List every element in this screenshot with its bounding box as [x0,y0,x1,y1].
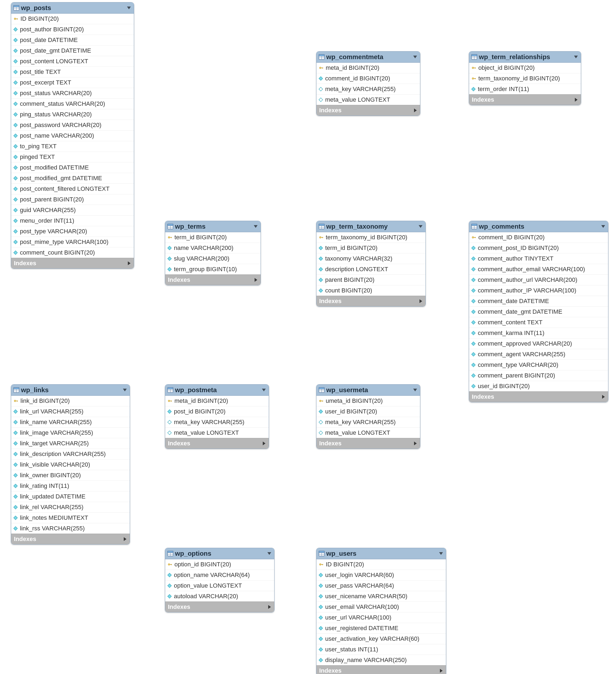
column-row[interactable]: term_idBIGINT(20) [165,232,261,243]
column-row[interactable]: option_idBIGINT(20) [165,559,274,570]
column-row[interactable]: comment_countBIGINT(20) [11,247,134,258]
column-row[interactable]: post_titleTEXT [11,67,134,78]
collapse-toggle[interactable] [439,552,443,555]
column-row[interactable]: post_modifiedDATETIME [11,162,134,173]
entity-footer-indexes[interactable]: Indexes [165,274,261,285]
column-row[interactable]: link_targetVARCHAR(25) [11,438,130,449]
column-row[interactable]: slugVARCHAR(200) [165,253,261,264]
column-row[interactable]: option_nameVARCHAR(64) [165,570,274,580]
entity-wp_term_relationships[interactable]: wp_term_relationshipsobject_idBIGINT(20)… [469,51,581,105]
column-row[interactable]: display_nameVARCHAR(250) [316,655,446,665]
column-row[interactable]: post_excerptTEXT [11,78,134,88]
column-row[interactable]: comment_authorTINYTEXT [469,253,608,264]
column-row[interactable]: taxonomyVARCHAR(32) [316,253,425,264]
expand-toggle[interactable] [262,441,266,446]
entity-header[interactable]: wp_comments [469,221,608,232]
column-row[interactable]: term_orderINT(11) [469,84,581,94]
entity-wp_term_taxonomy[interactable]: wp_term_taxonomyterm_taxonomy_idBIGINT(2… [316,221,426,307]
column-row[interactable]: term_taxonomy_idBIGINT(20) [469,73,581,84]
entity-footer-indexes[interactable]: Indexes [469,94,581,105]
column-row[interactable]: meta_keyVARCHAR(255) [316,84,420,95]
column-row[interactable]: comment_approvedVARCHAR(20) [469,338,608,349]
entity-header[interactable]: wp_usermeta [316,384,420,396]
entity-wp_postmeta[interactable]: wp_postmetameta_idBIGINT(20)post_idBIGIN… [165,384,269,449]
expand-toggle[interactable] [574,98,578,102]
column-row[interactable]: link_ownerBIGINT(20) [11,470,130,481]
entity-footer-indexes[interactable]: Indexes [11,534,130,544]
column-row[interactable]: post_passwordVARCHAR(20) [11,120,134,130]
column-row[interactable]: post_mime_typeVARCHAR(100) [11,237,134,247]
entity-footer-indexes[interactable]: Indexes [316,438,420,449]
column-row[interactable]: link_ratingINT(11) [11,481,130,491]
column-row[interactable]: link_updatedDATETIME [11,491,130,502]
entity-wp_options[interactable]: wp_optionsoption_idBIGINT(20)option_name… [165,548,275,612]
entity-header[interactable]: wp_postmeta [165,384,269,396]
column-row[interactable]: pingedTEXT [11,152,134,162]
collapse-toggle[interactable] [574,55,578,59]
column-row[interactable]: comment_agentVARCHAR(255) [469,349,608,360]
column-row[interactable]: IDBIGINT(20) [11,14,134,24]
entity-wp_comments[interactable]: wp_commentscomment_IDBIGINT(20)comment_p… [469,221,608,402]
entity-footer-indexes[interactable]: Indexes [11,258,134,268]
column-row[interactable]: term_taxonomy_idBIGINT(20) [316,232,425,243]
column-row[interactable]: link_rssVARCHAR(255) [11,523,130,534]
expand-toggle[interactable] [123,537,127,541]
column-row[interactable]: umeta_idBIGINT(20) [316,396,420,406]
column-row[interactable]: menu_orderINT(11) [11,216,134,226]
collapse-toggle[interactable] [413,55,417,59]
entity-wp_terms[interactable]: wp_termsterm_idBIGINT(20)nameVARCHAR(200… [165,221,261,286]
column-row[interactable]: term_idBIGINT(20) [316,243,425,253]
column-row[interactable]: post_modified_gmtDATETIME [11,173,134,184]
entity-header[interactable]: wp_links [11,384,130,396]
entity-header[interactable]: wp_posts [11,2,134,14]
entity-header[interactable]: wp_term_relationships [469,51,581,63]
expand-toggle[interactable] [413,441,417,446]
collapse-toggle[interactable] [262,388,266,392]
column-row[interactable]: post_parentBIGINT(20) [11,194,134,205]
column-row[interactable]: comment_parentBIGINT(20) [469,370,608,381]
collapse-toggle[interactable] [253,225,258,228]
column-row[interactable]: user_statusINT(11) [316,644,446,655]
column-row[interactable]: ping_statusVARCHAR(20) [11,109,134,120]
column-row[interactable]: IDBIGINT(20) [316,559,446,570]
column-row[interactable]: comment_karmaINT(11) [469,328,608,338]
expand-toggle[interactable] [419,299,423,303]
column-row[interactable]: comment_author_IPVARCHAR(100) [469,286,608,296]
column-row[interactable]: term_groupBIGINT(10) [165,264,261,274]
column-row[interactable]: post_contentLONGTEXT [11,56,134,67]
column-row[interactable]: post_nameVARCHAR(200) [11,130,134,141]
expand-toggle[interactable] [127,261,131,265]
expand-toggle[interactable] [602,395,605,399]
column-row[interactable]: comment_idBIGINT(20) [316,73,420,84]
column-row[interactable]: link_urlVARCHAR(255) [11,406,130,417]
collapse-toggle[interactable] [127,6,131,10]
column-row[interactable]: meta_keyVARCHAR(255) [316,417,420,428]
column-row[interactable]: link_relVARCHAR(255) [11,502,130,513]
column-row[interactable]: comment_IDBIGINT(20) [469,232,608,243]
column-row[interactable]: object_idBIGINT(20) [469,63,581,73]
column-row[interactable]: countBIGINT(20) [316,286,425,296]
column-row[interactable]: post_date_gmtDATETIME [11,45,134,56]
expand-toggle[interactable] [439,669,443,673]
collapse-toggle[interactable] [418,225,423,228]
entity-footer-indexes[interactable]: Indexes [316,296,425,306]
collapse-toggle[interactable] [267,552,272,555]
collapse-toggle[interactable] [413,388,417,392]
expand-toggle[interactable] [254,278,258,282]
entity-wp_posts[interactable]: wp_postsIDBIGINT(20)post_authorBIGINT(20… [11,2,134,269]
column-row[interactable]: meta_valueLONGTEXT [316,428,420,438]
column-row[interactable]: nameVARCHAR(200) [165,243,261,253]
column-row[interactable]: link_idBIGINT(20) [11,396,130,406]
entity-header[interactable]: wp_term_taxonomy [316,221,425,232]
column-row[interactable]: link_visibleVARCHAR(20) [11,459,130,470]
column-row[interactable]: user_passVARCHAR(64) [316,580,446,591]
column-row[interactable]: user_loginVARCHAR(60) [316,570,446,580]
column-row[interactable]: user_idBIGINT(20) [469,381,608,391]
column-row[interactable]: meta_keyVARCHAR(255) [165,417,269,428]
column-row[interactable]: meta_idBIGINT(20) [316,63,420,73]
column-row[interactable]: link_imageVARCHAR(255) [11,428,130,438]
column-row[interactable]: user_idBIGINT(20) [316,406,420,417]
column-row[interactable]: user_nicenameVARCHAR(50) [316,591,446,602]
entity-header[interactable]: wp_users [316,548,446,559]
column-row[interactable]: option_valueLONGTEXT [165,580,274,591]
